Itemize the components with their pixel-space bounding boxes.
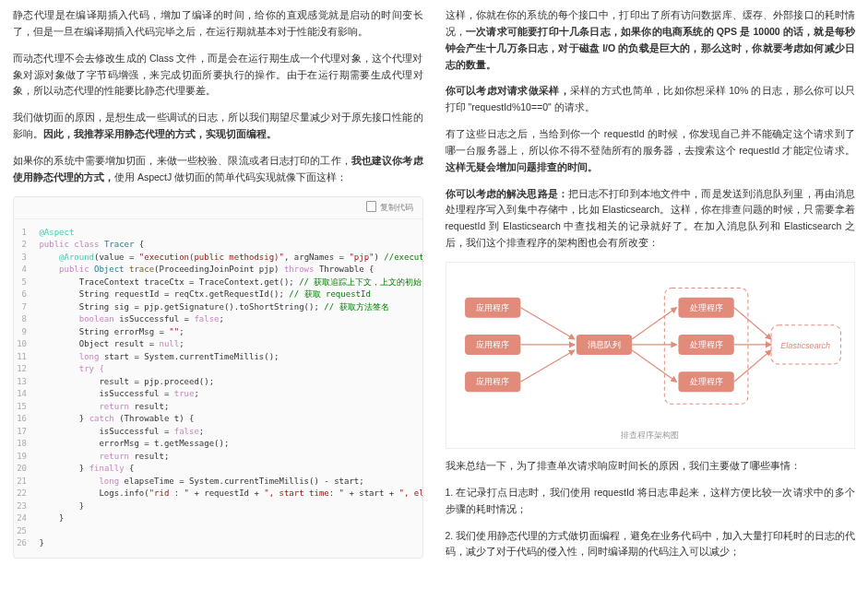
- paragraph: 而动态代理不会去修改生成的 Class 文件，而是会在运行期生成一个代理对象，这…: [13, 51, 423, 100]
- right-column: 这样，你就在你的系统的每个接口中，打印出了所有访问数据库、缓存、外部接口的耗时情…: [446, 7, 856, 605]
- diagram-caption: 排查程序架构图: [456, 429, 846, 442]
- paragraph: 有了这些日志之后，当给到你一个 requestId 的时候，你发现自己并不能确定…: [446, 126, 856, 176]
- svg-text:处理程序: 处理程序: [689, 340, 722, 349]
- svg-text:应用程序: 应用程序: [476, 340, 509, 349]
- paragraph: 你可以考虑的解决思路是：把日志不打印到本地文件中，而是发送到消息队列里，再由消息…: [446, 186, 856, 252]
- copy-icon[interactable]: [368, 203, 376, 212]
- svg-text:应用程序: 应用程序: [476, 377, 509, 386]
- svg-text:处理程序: 处理程序: [689, 303, 722, 312]
- left-column: 静态代理是在编译期插入代码，增加了编译的时间，给你的直观感觉就是启动的时间变长了…: [13, 7, 423, 605]
- paragraph: 我们做切面的原因，是想生成一些调试的日志，所以我们期望尽量减少对于原先接口性能的…: [13, 110, 423, 143]
- code-content: 1 @Aspect 2 public class Tracer { 3 @Aro…: [14, 219, 422, 558]
- svg-text:应用程序: 应用程序: [476, 303, 509, 312]
- paragraph: 你可以考虑对请求做采样，采样的方式也简单，比如你想采样 10% 的日志，那么你可…: [446, 83, 856, 116]
- paragraph: 如果你的系统中需要增加切面，来做一些校验、限流或者日志打印的工作，我也建议你考虑…: [13, 153, 423, 186]
- paragraph: 我来总结一下，为了排查单次请求响应时间长的原因，我们主要做了哪些事情：: [446, 458, 856, 475]
- svg-text:Elasticsearch: Elasticsearch: [780, 341, 830, 350]
- paragraph: 这样，你就在你的系统的每个接口中，打印出了所有访问数据库、缓存、外部接口的耗时情…: [446, 7, 856, 73]
- code-block: 复制代码 1 @Aspect 2 public class Tracer { 3…: [13, 196, 423, 559]
- paragraph: 静态代理是在编译期插入代码，增加了编译的时间，给你的直观感觉就是启动的时间变长了…: [13, 7, 423, 41]
- paragraph: 1. 在记录打点日志时，我们使用 requestId 将日志串起来，这样方便比较…: [446, 485, 856, 518]
- svg-text:消息队列: 消息队列: [587, 340, 620, 349]
- code-header: 复制代码: [14, 197, 422, 219]
- copy-button[interactable]: 复制代码: [380, 201, 413, 215]
- architecture-diagram: 应用程序 应用程序 应用程序 消息队列 处理程序 处理程序 处理程序 Elast…: [446, 262, 856, 449]
- svg-text:处理程序: 处理程序: [689, 377, 722, 386]
- paragraph: 2. 我们使用静态代理的方式做切面编程，避免在业务代码中，加入大量打印耗时的日志…: [446, 528, 856, 561]
